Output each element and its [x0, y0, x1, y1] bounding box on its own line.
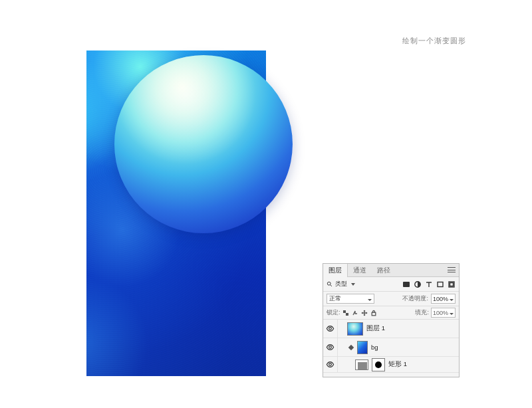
panel-menu-icon[interactable] [447, 266, 456, 274]
fill-field[interactable]: 100% [431, 308, 456, 318]
svg-line-1 [331, 285, 332, 286]
panel-tabs: 图层 通道 路径 [323, 264, 459, 277]
layers-panel: 图层 通道 路径 类型 正常 不透明度: 100% 锁定: 填充 [323, 263, 460, 377]
filter-type-icon[interactable] [424, 280, 433, 288]
gradient-sphere [114, 55, 293, 233]
blend-mode-value: 正常 [329, 294, 341, 303]
svg-rect-2 [403, 282, 410, 287]
search-icon[interactable] [327, 281, 332, 287]
layer-list: 图层 1 bg 矩形 1 [323, 320, 459, 373]
lock-position-icon[interactable] [361, 309, 368, 316]
filter-adjustment-icon[interactable] [413, 280, 422, 288]
panel-lock-fill-row: 锁定: 填充: 100% [323, 306, 459, 320]
svg-rect-8 [343, 310, 346, 313]
canvas[interactable] [86, 51, 266, 376]
svg-rect-9 [346, 313, 348, 316]
fx-indicator-icon[interactable] [347, 344, 354, 351]
svg-rect-10 [372, 312, 376, 316]
chevron-down-icon [368, 296, 372, 302]
instruction-text: 绘制一个渐变圆形 [402, 36, 466, 46]
tab-channels[interactable]: 通道 [348, 264, 372, 277]
tab-paths[interactable]: 路径 [372, 264, 396, 277]
chevron-down-icon [448, 310, 454, 316]
layer-row[interactable]: 图层 1 [323, 320, 459, 338]
filter-pixel-icon[interactable] [402, 280, 410, 288]
svg-rect-5 [438, 282, 443, 286]
filter-shape-icon[interactable] [436, 280, 444, 288]
opacity-value: 100% [433, 296, 448, 302]
opacity-field[interactable]: 100% [431, 294, 456, 304]
svg-rect-7 [450, 282, 453, 286]
fill-value: 100% [433, 310, 448, 316]
visibility-toggle[interactable] [323, 357, 338, 372]
opacity-label: 不透明度: [402, 294, 428, 303]
lock-pixels-icon[interactable] [352, 309, 359, 316]
visibility-toggle[interactable] [323, 320, 338, 338]
lock-label: 锁定: [327, 308, 340, 317]
layer-thumbnail[interactable] [347, 322, 363, 336]
layer-name[interactable]: 图层 1 [366, 324, 385, 333]
layer-name[interactable]: 矩形 1 [388, 360, 407, 369]
blend-mode-dropdown[interactable]: 正常 [327, 294, 374, 304]
layer-name[interactable]: bg [371, 344, 378, 351]
filter-smartobject-icon[interactable] [447, 280, 456, 288]
svg-point-0 [327, 282, 331, 285]
visibility-toggle[interactable] [323, 338, 338, 356]
chevron-down-icon [448, 296, 454, 302]
svg-point-13 [329, 363, 332, 366]
layer-thumbnail[interactable] [357, 341, 368, 354]
svg-point-12 [329, 346, 332, 349]
layer-row[interactable]: bg [323, 338, 459, 357]
tab-layers[interactable]: 图层 [323, 264, 348, 277]
panel-blend-opacity-row: 正常 不透明度: 100% [323, 292, 459, 306]
layer-thumbnail[interactable] [355, 359, 368, 370]
layer-row[interactable]: 矩形 1 [323, 357, 459, 373]
fill-label: 填充: [415, 308, 429, 317]
vector-mask-thumbnail[interactable] [372, 358, 385, 371]
lock-all-icon[interactable] [370, 309, 378, 316]
lock-transparency-icon[interactable] [342, 309, 350, 316]
svg-point-11 [329, 328, 332, 330]
filter-kind-dropdown-icon[interactable] [350, 281, 356, 288]
filter-kind-label: 类型 [335, 280, 347, 288]
panel-filter-toolbar: 类型 [323, 277, 459, 292]
